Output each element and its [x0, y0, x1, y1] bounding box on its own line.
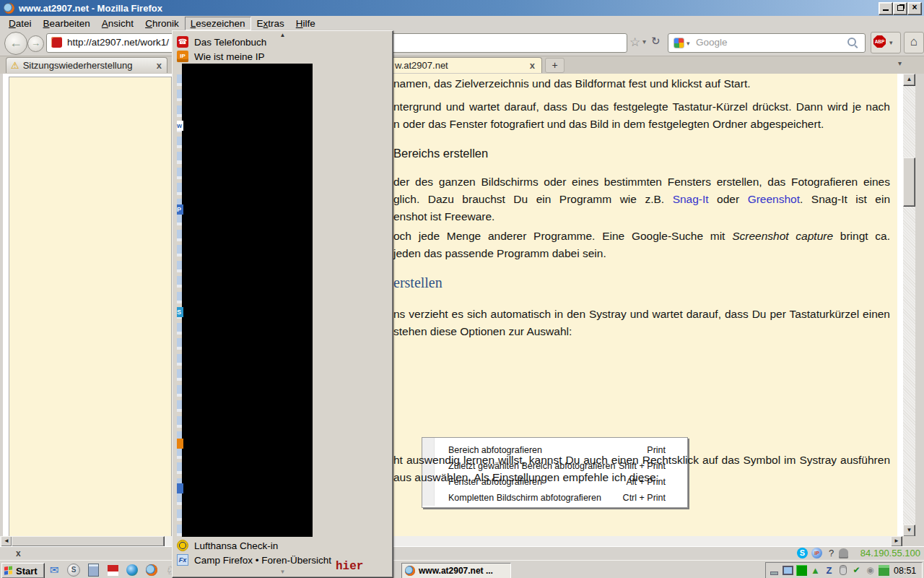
lufthansa-icon [177, 540, 188, 551]
star-dropdown-icon[interactable]: ▾ [642, 38, 646, 46]
menu-datei[interactable]: Datei [3, 17, 38, 30]
tray-clock[interactable]: 08:51 [894, 566, 916, 576]
scroll-right-icon[interactable]: ► [891, 536, 902, 547]
home-button[interactable]: ⌂ [904, 32, 924, 53]
page-left-frame [9, 77, 172, 536]
ghost-status-icon[interactable] [839, 548, 848, 558]
google-logo-icon [674, 38, 684, 48]
tray-zonealarm-icon[interactable]: Z [824, 565, 834, 576]
warning-icon: ⚠ [11, 60, 19, 71]
tray-mouse-icon[interactable] [837, 565, 848, 576]
browser-content: namen, das Zielverzeichnis und das Bildf… [0, 74, 924, 536]
question-status-icon[interactable]: ? [829, 548, 834, 558]
tab-label: Sitzungswiederherstellung [23, 60, 133, 71]
tray-updates-icon[interactable] [879, 565, 889, 576]
paragraph-line: ntergrund und wartet darauf, dass Du das… [393, 100, 890, 115]
tab-label: w.at2907.net [395, 60, 448, 71]
paragraph-line: n oder das Fenster fotografiert und das … [393, 118, 824, 131]
tray-disc-icon[interactable]: ◉ [865, 565, 876, 576]
skype-status-icon[interactable]: S [797, 548, 808, 558]
option-row: Kompletten Bildschirm abfotografierenCtr… [448, 490, 666, 506]
findbar-close-button[interactable]: x [16, 548, 21, 558]
tray-monitor-icon[interactable] [783, 565, 793, 576]
ip-address-text: 84.190.55.100 [854, 548, 920, 558]
page-right-gap [897, 74, 903, 536]
paragraph-line: enshot ist Freeware. [393, 210, 494, 223]
adblock-icon: ABP [873, 35, 886, 48]
taskbar: Start ✉ S ♘ www.at2907.net ... ▲ Z ✔ ◉ 0… [0, 560, 924, 578]
quicklaunch-save-icon[interactable] [105, 563, 121, 577]
start-button[interactable]: Start [1, 563, 45, 578]
tab-bar: ⚠ Sitzungswiederherstellung x w.at2907.n… [0, 56, 924, 74]
tab-close-icon[interactable]: x [157, 61, 162, 70]
quicklaunch-ie-icon[interactable] [124, 563, 140, 577]
menu-hilfe[interactable]: Hilfe [290, 17, 321, 30]
bookmark-item-wie-ist-meine-ip[interactable]: IP Wie ist meine IP [175, 49, 265, 64]
bookmark-item-telefonbuch[interactable]: ☎ Das Telefonbuch [175, 35, 266, 49]
search-engine-dropdown-icon[interactable]: ▾ [687, 40, 690, 47]
tab-overflow-icon[interactable]: ▾ [898, 59, 902, 67]
redacted-favicon-column [177, 74, 182, 537]
scroll-up-icon[interactable]: ▲ [903, 74, 915, 86]
paragraph-line: stehen diese Optionen zur Auswahl: [393, 325, 572, 338]
minimize-button[interactable] [879, 2, 893, 15]
menu-extras[interactable]: Extras [251, 17, 290, 30]
tray-avg-icon[interactable]: ▲ [810, 565, 821, 576]
redacted-favicon-w: w [177, 121, 183, 131]
redacted-favicon-p: P [177, 204, 183, 215]
tray-green-square-icon[interactable] [796, 565, 807, 576]
quicklaunch-spybot-icon[interactable]: S [66, 563, 82, 577]
menu-chronik[interactable]: Chronik [139, 17, 185, 30]
navigation-toolbar: ← → http://at2907.net/work1/ ☆ ▾ ↻ ▾ Goo… [0, 30, 924, 56]
page-heading-blue: erstellen [393, 275, 443, 291]
restore-button[interactable] [893, 2, 907, 15]
hier-link[interactable]: hier [336, 560, 363, 573]
italic-term: Screenshot capture [732, 230, 833, 242]
adblock-button[interactable]: ABP ▾ [871, 32, 901, 53]
search-placeholder: Google [696, 37, 728, 48]
search-icon[interactable] [847, 38, 856, 46]
scrollbar-thumb[interactable] [903, 158, 915, 207]
scroll-down-icon[interactable]: ▼ [903, 525, 915, 536]
menu-bearbeiten[interactable]: Bearbeiten [38, 17, 96, 30]
search-box[interactable]: ▾ Google [668, 33, 866, 53]
menu-ansicht[interactable]: Ansicht [96, 17, 139, 30]
horizontal-scrollbar[interactable]: ◄ ► [0, 536, 902, 546]
new-tab-button[interactable]: + [545, 58, 565, 73]
reload-button[interactable]: ↻ [651, 35, 661, 48]
status-bar: x S IP ? 84.190.55.100 [0, 546, 924, 560]
bookmark-item-lufthansa[interactable]: Lufthansa Check-in [175, 538, 278, 553]
vertical-scrollbar[interactable]: ▲ ▼ [903, 74, 915, 536]
tab-close-icon[interactable]: x [530, 61, 535, 70]
bookmarks-menu: ▲ ☎ Das Telefonbuch IP Wie ist meine IP … [172, 30, 393, 578]
taskbar-window-button[interactable]: www.at2907.net ... [401, 563, 511, 578]
menu-lesezeichen[interactable]: Lesezeichen [185, 17, 251, 30]
bookmark-item-camp-firefox[interactable]: Fx Camp Firefox • Foren-Übersicht [175, 553, 331, 567]
link-greenshot[interactable]: Greenshot [748, 193, 800, 205]
forward-button[interactable]: → [27, 35, 44, 52]
window-border-right [915, 74, 924, 536]
scroll-left-icon[interactable]: ◄ [1, 536, 12, 547]
page-subheading: Bereichs erstellen [393, 147, 488, 160]
tray-minimized-window-icon[interactable] [769, 565, 780, 576]
windows-flag-icon [4, 566, 13, 575]
close-button[interactable]: × [907, 2, 922, 15]
bookmark-star-icon[interactable]: ☆ [629, 35, 640, 50]
firefox-logo-icon [4, 3, 14, 14]
back-button[interactable]: ← [4, 32, 27, 55]
window-titlebar: www.at2907.net - Mozilla Firefox × [0, 0, 924, 16]
firefox-icon [405, 566, 415, 576]
paragraph-line: och jede Menge anderer Programme. Eine G… [393, 230, 890, 244]
tab-session-restore[interactable]: ⚠ Sitzungswiederherstellung x [6, 57, 167, 73]
window-border-left [0, 74, 3, 536]
hscrollbar-thumb[interactable] [12, 536, 165, 547]
link-snagit[interactable]: Snag-It [673, 193, 709, 205]
quicklaunch-calculator-icon[interactable] [85, 563, 101, 577]
ip-globe-icon[interactable]: IP [811, 548, 822, 558]
paragraph-line: namen, das Zielverzeichnis und das Bildf… [393, 77, 751, 90]
redacted-favicon-s: S [177, 307, 183, 317]
tray-folder-check-icon[interactable]: ✔ [851, 565, 862, 576]
desktop: www.at2907.net - Mozilla Firefox × Datei… [0, 0, 924, 578]
quicklaunch-firefox-icon[interactable] [144, 563, 160, 577]
quicklaunch-mail-icon[interactable]: ✉ [46, 563, 62, 577]
